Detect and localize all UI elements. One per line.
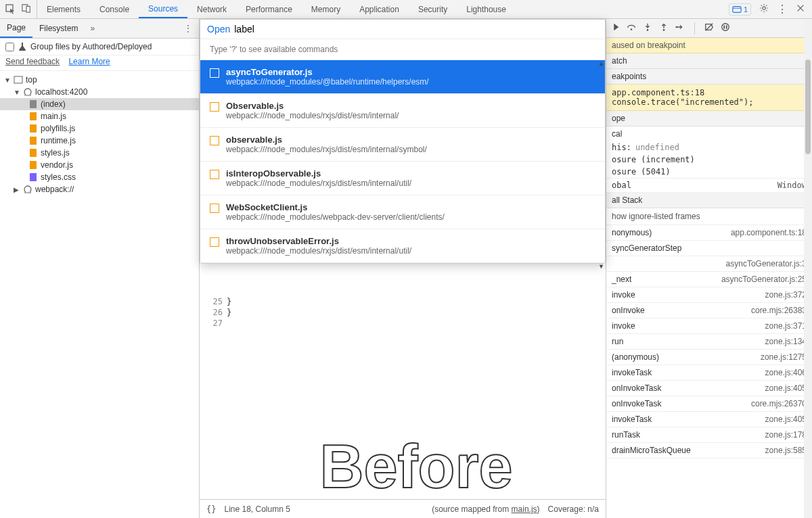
show-ignore-listed[interactable]: how ignore-listed frames xyxy=(606,208,812,225)
source-map-info: (source mapped from main.js) xyxy=(432,504,539,514)
tree-file-styles-js[interactable]: styles.js xyxy=(0,147,199,159)
stack-row[interactable]: onInvokeTaskcore.mjs:26370 xyxy=(606,396,812,412)
watch-header[interactable]: atch xyxy=(606,53,812,69)
breakpoint-item[interactable]: app.component.ts:18 console.trace("incre… xyxy=(606,85,812,111)
scroll-down-icon[interactable]: ▼ xyxy=(598,263,604,270)
popup-item-0[interactable]: asyncToGenerator.jswebpack:///node_modul… xyxy=(200,60,605,94)
toolbar-icons xyxy=(0,0,37,18)
svg-rect-2 xyxy=(26,6,30,12)
svg-rect-10 xyxy=(30,149,37,157)
editor-panel: 25 26 27 } } Before {} Line 18, Column 5… xyxy=(200,19,606,518)
right-scrollbar[interactable] xyxy=(804,19,812,518)
js-file-icon xyxy=(210,170,219,179)
group-files-row: Group files by Authored/Deployed xyxy=(0,39,199,55)
stack-row[interactable]: invokezone.js:372 xyxy=(606,287,812,303)
breakpoints-header[interactable]: eakpoints xyxy=(606,69,812,85)
tree-webpack[interactable]: ▶webpack:// xyxy=(0,183,199,195)
pause-exceptions-icon[interactable] xyxy=(721,22,730,34)
stack-row[interactable]: onInvokecore.mjs:26383 xyxy=(606,303,812,319)
tab-console[interactable]: Console xyxy=(90,0,139,18)
svg-rect-9 xyxy=(30,137,37,145)
issues-badge[interactable]: 1 xyxy=(729,3,751,16)
popup-item-2[interactable]: observable.jswebpack:///node_modules/rxj… xyxy=(200,128,605,162)
popup-item-3[interactable]: isInteropObservable.jswebpack:///node_mo… xyxy=(200,162,605,195)
tree-host[interactable]: ▼localhost:4200 xyxy=(0,86,199,98)
js-file-icon xyxy=(210,68,219,78)
group-files-checkbox[interactable] xyxy=(5,43,14,51)
svg-point-17 xyxy=(722,24,729,31)
scope-closure-2[interactable]: osure (5041) xyxy=(606,166,812,178)
nav-kebab-icon[interactable]: ⋮ xyxy=(177,24,199,33)
step-icon[interactable] xyxy=(675,22,685,34)
tree-file-styles-css[interactable]: styles.css xyxy=(0,171,199,183)
debugger-panel: aused on breakpoint atch eakpoints app.c… xyxy=(606,19,812,518)
device-icon[interactable] xyxy=(22,3,31,15)
nav-tab-page[interactable]: Page xyxy=(0,19,32,38)
learn-more-link[interactable]: Learn More xyxy=(68,57,110,66)
scope-closure-1[interactable]: osure (increment) xyxy=(606,154,812,166)
tab-elements[interactable]: Elements xyxy=(37,0,90,18)
tree-file-index[interactable]: (index) xyxy=(0,98,199,110)
tree-file-vendor[interactable]: vendor.js xyxy=(0,159,199,171)
stack-row[interactable]: syncGeneratorStep xyxy=(606,241,812,256)
nav-more-icon[interactable]: » xyxy=(85,24,100,33)
scroll-up-icon[interactable]: ▲ xyxy=(598,60,604,67)
tab-memory[interactable]: Memory xyxy=(302,0,350,18)
nav-tab-filesystem[interactable]: Filesystem xyxy=(32,19,85,38)
scope-global[interactable]: obalWindow xyxy=(606,178,812,193)
kebab-icon[interactable]: ⋮ xyxy=(777,3,788,16)
send-feedback-link[interactable]: Send feedback xyxy=(5,57,60,66)
popup-item-4[interactable]: WebSocketClient.jswebpack:///node_module… xyxy=(200,195,605,229)
deactivate-bp-icon[interactable] xyxy=(704,22,714,34)
top-tabs: Elements Console Sources Network Perform… xyxy=(37,0,722,18)
stack-row[interactable]: runTaskzone.js:178 xyxy=(606,427,812,443)
pretty-print-icon[interactable]: {} xyxy=(206,504,216,514)
inspect-icon[interactable] xyxy=(5,4,16,15)
command-menu-popup: Open Type '?' to see available commands … xyxy=(200,19,606,264)
stack-row[interactable]: drainMicroTaskQueuezone.js:585 xyxy=(606,443,812,458)
stack-row[interactable]: (anonymous)zone.js:1275 xyxy=(606,350,812,365)
tree-top[interactable]: ▼top xyxy=(0,74,199,86)
stack-row[interactable]: onInvokeTaskzone.js:405 xyxy=(606,381,812,396)
source-map-file-link[interactable]: main.js xyxy=(512,504,537,514)
svg-point-14 xyxy=(647,29,649,31)
command-input-row: Open xyxy=(200,20,605,39)
stack-row[interactable]: nonymous)app.component.ts:18 xyxy=(606,225,812,241)
step-over-icon[interactable] xyxy=(627,22,636,34)
close-icon[interactable] xyxy=(796,3,805,15)
tab-security[interactable]: Security xyxy=(409,0,457,18)
tree-file-runtime[interactable]: runtime.js xyxy=(0,135,199,147)
devtools-toolbar: Elements Console Sources Network Perform… xyxy=(0,0,812,19)
popup-item-1[interactable]: Observable.jswebpack:///node_modules/rxj… xyxy=(200,94,605,128)
navigator-tabs: Page Filesystem » ⋮ xyxy=(0,19,199,39)
step-out-icon[interactable] xyxy=(659,22,669,34)
stack-row[interactable]: invokezone.js:371 xyxy=(606,319,812,334)
svg-point-13 xyxy=(631,28,633,30)
tab-lighthouse[interactable]: Lighthouse xyxy=(457,0,516,18)
svg-point-15 xyxy=(663,29,665,31)
tree-file-polyfills[interactable]: polyfills.js xyxy=(0,122,199,135)
command-input[interactable] xyxy=(234,24,598,34)
scope-header[interactable]: ope xyxy=(606,111,812,126)
tab-application[interactable]: Application xyxy=(350,0,409,18)
popup-item-5[interactable]: throwUnobservableError.jswebpack:///node… xyxy=(200,229,605,263)
scope-local[interactable]: cal xyxy=(606,126,812,141)
scrollbar-thumb[interactable] xyxy=(805,60,811,154)
stack-row[interactable]: runzone.js:134 xyxy=(606,334,812,350)
tab-performance[interactable]: Performance xyxy=(236,0,302,18)
stack-row[interactable]: invokeTaskzone.js:405 xyxy=(606,412,812,427)
svg-rect-11 xyxy=(30,161,37,169)
resume-icon[interactable] xyxy=(610,22,620,34)
step-into-icon[interactable] xyxy=(643,22,652,34)
js-file-icon xyxy=(210,136,219,145)
stack-row[interactable]: _nextasyncToGenerator.js:25 xyxy=(606,272,812,287)
settings-icon[interactable] xyxy=(759,3,769,15)
tree-file-main[interactable]: main.js xyxy=(0,110,199,122)
callstack-header[interactable]: all Stack xyxy=(606,193,812,208)
svg-rect-19 xyxy=(726,25,727,28)
tab-sources[interactable]: Sources xyxy=(139,0,187,18)
tab-network[interactable]: Network xyxy=(187,0,236,18)
popup-scrollbar[interactable]: ▲ ▼ xyxy=(598,60,604,270)
stack-row[interactable]: invokeTaskzone.js:406 xyxy=(606,365,812,381)
stack-row[interactable]: asyncToGenerator.js:3 xyxy=(606,256,812,272)
